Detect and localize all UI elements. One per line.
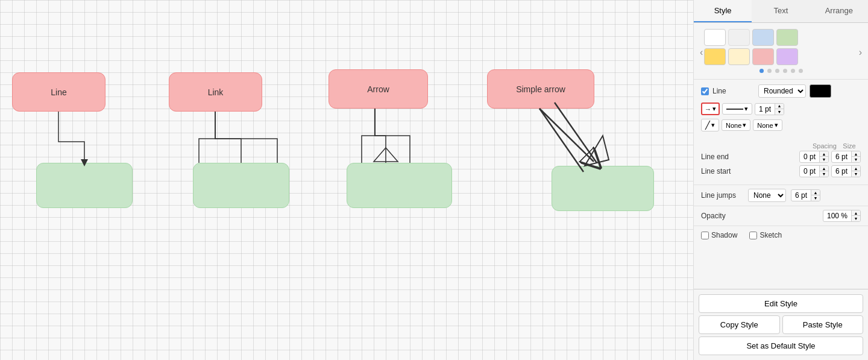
copy-paste-row: Copy Style Paste Style xyxy=(699,315,863,334)
line-angle-dropdown-icon: ▾ xyxy=(711,121,715,129)
size-column-label: Size xyxy=(838,142,861,150)
bottom-buttons: Edit Style Copy Style Paste Style Set as… xyxy=(694,289,868,360)
opacity-value: 100 % xyxy=(823,210,851,221)
opacity-up[interactable]: ▲ xyxy=(852,210,860,216)
none-1-dropdown-icon: ▾ xyxy=(743,121,746,129)
arrow-end-btn[interactable]: → ▾ xyxy=(701,103,720,115)
line-label: Line xyxy=(712,87,755,95)
node-line-top[interactable]: Line xyxy=(12,72,105,112)
none-2-btn[interactable]: None ▾ xyxy=(753,119,782,131)
line-jumps-section: Line jumps None Arc Gap Sharp 6 pt ▲ ▼ xyxy=(694,185,868,206)
opacity-section: Opacity 100 % ▲ ▼ xyxy=(694,206,868,226)
line-start-spacing-down[interactable]: ▼ xyxy=(820,171,828,177)
tab-text[interactable]: Text xyxy=(752,0,810,22)
dot-6 xyxy=(799,69,803,73)
line-width-up[interactable]: ▲ xyxy=(775,104,784,109)
line-start-size-value: 6 pt xyxy=(832,166,851,177)
line-width-spinners: ▲ ▼ xyxy=(775,104,784,115)
line-end-spacing-down[interactable]: ▼ xyxy=(820,157,828,162)
swatches-row-2 xyxy=(704,48,857,65)
opacity-down[interactable]: ▼ xyxy=(852,216,860,221)
line-start-spacing-spinner: 0 pt ▲ ▼ xyxy=(799,165,829,177)
swatch-lavender[interactable] xyxy=(776,48,798,65)
arrow-end-icon: → xyxy=(705,106,711,113)
swatch-lightblue[interactable] xyxy=(752,29,774,46)
dot-3 xyxy=(775,69,779,73)
set-default-style-button[interactable]: Set as Default Style xyxy=(699,336,863,355)
swatches-row-1 xyxy=(704,29,857,46)
diagram-canvas[interactable]: Line Link Arrow Simple arrow xyxy=(0,0,693,360)
node-arrow-bottom[interactable] xyxy=(347,163,452,208)
swatch-white[interactable] xyxy=(704,29,726,46)
swatch-pink[interactable] xyxy=(752,48,774,65)
none-1-btn[interactable]: None ▾ xyxy=(722,119,750,131)
node-label: Arrow xyxy=(367,84,389,94)
svg-marker-0 xyxy=(374,148,398,162)
tab-arrange[interactable]: Arrange xyxy=(810,0,868,22)
node-label: Line xyxy=(51,87,66,97)
paste-style-button[interactable]: Paste Style xyxy=(782,315,864,334)
dot-2 xyxy=(767,69,772,73)
line-end-spacing-up[interactable]: ▲ xyxy=(820,151,828,157)
line-angle-btn[interactable]: ╱ ▾ xyxy=(701,119,719,131)
node-link-top[interactable]: Link xyxy=(169,72,262,112)
line-jumps-up[interactable]: ▲ xyxy=(811,190,820,195)
line-checkbox[interactable] xyxy=(701,87,709,95)
none-2-label: None xyxy=(757,122,773,129)
swatches-section: ‹ xyxy=(694,23,868,79)
line-end-size-down[interactable]: ▼ xyxy=(852,157,860,162)
swatch-lightgray[interactable] xyxy=(728,29,750,46)
dots-indicator xyxy=(704,68,857,75)
node-arrow-top[interactable]: Arrow xyxy=(329,69,428,109)
line-width-spinner: 1 pt ▲ ▼ xyxy=(755,103,784,115)
opacity-label: Opacity xyxy=(701,212,743,220)
svg-line-1 xyxy=(539,109,594,162)
node-line-bottom[interactable] xyxy=(36,163,133,208)
arrow-end-row: → ▾ ▾ 1 pt ▲ ▼ xyxy=(701,103,861,115)
panel-tabs: Style Text Arrange xyxy=(694,0,868,23)
copy-style-button[interactable]: Copy Style xyxy=(699,315,780,334)
dot-5 xyxy=(791,69,795,73)
shadow-label[interactable]: Shadow xyxy=(701,231,737,239)
tab-style[interactable]: Style xyxy=(694,0,752,22)
swatch-prev-arrow[interactable]: ‹ xyxy=(699,47,704,58)
line-style-select[interactable]: Rounded Sharp Curved xyxy=(758,84,806,98)
line-start-size-up[interactable]: ▲ xyxy=(852,166,860,171)
line-width-value: 1 pt xyxy=(755,104,775,115)
node-link-bottom[interactable] xyxy=(193,163,289,208)
swatch-lightgreen[interactable] xyxy=(776,29,798,46)
line-dash-btn[interactable]: ▾ xyxy=(722,103,752,115)
edit-style-button[interactable]: Edit Style xyxy=(699,294,863,313)
node-simplearrow-bottom[interactable] xyxy=(552,166,654,211)
line-color-btn[interactable] xyxy=(810,84,831,98)
line-dash-dropdown-icon: ▾ xyxy=(744,105,748,113)
swatch-yellow[interactable] xyxy=(704,48,726,65)
arrow-end-dropdown-icon: ▾ xyxy=(712,105,716,113)
line-style-section: Line Rounded Sharp Curved → ▾ ▾ 1 pt ▲ xyxy=(694,79,868,140)
style-panel: Style Text Arrange ‹ xyxy=(693,0,868,360)
line-start-size-down[interactable]: ▼ xyxy=(852,171,860,177)
sketch-checkbox[interactable] xyxy=(749,232,757,239)
spacing-column-label: Spacing xyxy=(813,142,835,150)
sketch-label[interactable]: Sketch xyxy=(749,231,782,239)
opacity-spinner: 100 % ▲ ▼ xyxy=(823,210,861,222)
line-jumps-pt-spinner: 6 pt ▲ ▼ xyxy=(791,189,820,201)
swatch-next-arrow[interactable]: › xyxy=(858,47,863,58)
line-angle-icon: ╱ xyxy=(705,121,710,130)
end-start-section: Spacing Size Line end 0 pt ▲ ▼ 6 pt ▲ xyxy=(694,140,868,185)
line-start-spacing-up[interactable]: ▲ xyxy=(820,166,828,171)
line-end-row: Line end 0 pt ▲ ▼ 6 pt ▲ ▼ xyxy=(701,151,861,163)
swatch-lightyellow[interactable] xyxy=(728,48,750,65)
node-simplearrow-top[interactable]: Simple arrow xyxy=(487,69,594,109)
line-jumps-select[interactable]: None Arc Gap Sharp xyxy=(748,189,786,202)
line-end-spacing-value: 0 pt xyxy=(800,151,819,162)
line-jumps-down[interactable]: ▼ xyxy=(811,195,820,201)
line-start-row: Line start 0 pt ▲ ▼ 6 pt ▲ ▼ xyxy=(701,165,861,177)
line-end-size-up[interactable]: ▲ xyxy=(852,151,860,157)
line-width-down[interactable]: ▼ xyxy=(775,109,784,115)
none-2-dropdown-icon: ▾ xyxy=(775,121,778,129)
none-1-label: None xyxy=(726,122,741,129)
node-label: Link xyxy=(208,87,224,97)
shadow-checkbox[interactable] xyxy=(701,232,709,239)
line-end-spacing-spinner: 0 pt ▲ ▼ xyxy=(799,151,829,163)
